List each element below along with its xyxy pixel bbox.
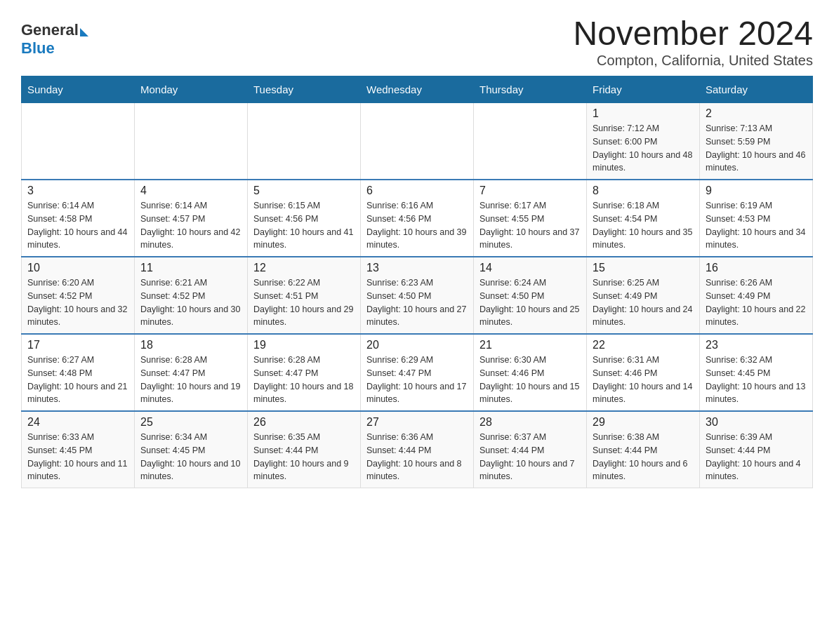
day-info: Sunrise: 6:21 AM Sunset: 4:52 PM Dayligh… — [140, 276, 241, 329]
day-info: Sunrise: 6:23 AM Sunset: 4:50 PM Dayligh… — [366, 276, 468, 329]
weekday-header-saturday: Saturday — [700, 76, 813, 103]
calendar-day-cell: 25Sunrise: 6:34 AM Sunset: 4:45 PM Dayli… — [135, 411, 248, 488]
day-number: 29 — [593, 416, 694, 429]
day-number: 18 — [140, 339, 241, 351]
calendar-day-cell: 27Sunrise: 6:36 AM Sunset: 4:44 PM Dayli… — [361, 411, 474, 488]
calendar-day-cell: 22Sunrise: 6:31 AM Sunset: 4:46 PM Dayli… — [587, 334, 700, 411]
day-info: Sunrise: 6:31 AM Sunset: 4:46 PM Dayligh… — [593, 354, 694, 406]
day-info: Sunrise: 6:14 AM Sunset: 4:57 PM Dayligh… — [140, 199, 241, 252]
day-number: 16 — [706, 262, 807, 274]
page-header: General Blue November 2024 Compton, Cali… — [21, 14, 813, 69]
logo-triangle-icon — [80, 28, 88, 36]
day-info: Sunrise: 6:20 AM Sunset: 4:52 PM Dayligh… — [27, 276, 128, 329]
calendar-day-cell: 19Sunrise: 6:28 AM Sunset: 4:47 PM Dayli… — [248, 334, 361, 411]
day-number: 12 — [253, 262, 355, 274]
calendar-day-cell: 26Sunrise: 6:35 AM Sunset: 4:44 PM Dayli… — [248, 411, 361, 488]
day-info: Sunrise: 6:18 AM Sunset: 4:54 PM Dayligh… — [593, 199, 694, 252]
day-info: Sunrise: 6:24 AM Sunset: 4:50 PM Dayligh… — [479, 276, 581, 329]
calendar-empty-cell — [135, 103, 248, 180]
day-info: Sunrise: 6:35 AM Sunset: 4:44 PM Dayligh… — [253, 431, 355, 483]
day-info: Sunrise: 6:33 AM Sunset: 4:45 PM Dayligh… — [27, 431, 128, 483]
day-number: 19 — [253, 339, 355, 351]
day-number: 9 — [706, 185, 807, 197]
day-info: Sunrise: 6:34 AM Sunset: 4:45 PM Dayligh… — [140, 431, 241, 483]
calendar-table: SundayMondayTuesdayWednesdayThursdayFrid… — [21, 76, 813, 488]
day-number: 20 — [366, 339, 468, 351]
calendar-day-cell: 20Sunrise: 6:29 AM Sunset: 4:47 PM Dayli… — [361, 334, 474, 411]
calendar-day-cell: 24Sunrise: 6:33 AM Sunset: 4:45 PM Dayli… — [22, 411, 135, 488]
day-number: 30 — [706, 416, 807, 429]
day-number: 26 — [253, 416, 355, 429]
day-info: Sunrise: 6:29 AM Sunset: 4:47 PM Dayligh… — [366, 354, 468, 406]
logo-general: General — [21, 21, 79, 39]
day-info: Sunrise: 7:13 AM Sunset: 5:59 PM Dayligh… — [706, 122, 807, 175]
calendar-empty-cell — [474, 103, 587, 180]
calendar-header-row: SundayMondayTuesdayWednesdayThursdayFrid… — [22, 76, 813, 103]
day-info: Sunrise: 6:22 AM Sunset: 4:51 PM Dayligh… — [253, 276, 355, 329]
calendar-day-cell: 10Sunrise: 6:20 AM Sunset: 4:52 PM Dayli… — [22, 257, 135, 334]
day-info: Sunrise: 6:14 AM Sunset: 4:58 PM Dayligh… — [27, 199, 128, 252]
calendar-day-cell: 28Sunrise: 6:37 AM Sunset: 4:44 PM Dayli… — [474, 411, 587, 488]
calendar-day-cell: 14Sunrise: 6:24 AM Sunset: 4:50 PM Dayli… — [474, 257, 587, 334]
calendar-empty-cell — [361, 103, 474, 180]
day-info: Sunrise: 6:25 AM Sunset: 4:49 PM Dayligh… — [593, 276, 694, 329]
calendar-day-cell: 11Sunrise: 6:21 AM Sunset: 4:52 PM Dayli… — [135, 257, 248, 334]
day-number: 23 — [706, 339, 807, 351]
calendar-day-cell: 15Sunrise: 6:25 AM Sunset: 4:49 PM Dayli… — [587, 257, 700, 334]
day-number: 25 — [140, 416, 241, 429]
day-number: 17 — [27, 339, 128, 351]
day-number: 21 — [479, 339, 581, 351]
day-number: 1 — [593, 107, 694, 120]
weekday-header-sunday: Sunday — [22, 76, 135, 103]
calendar-day-cell: 23Sunrise: 6:32 AM Sunset: 4:45 PM Dayli… — [700, 334, 813, 411]
calendar-day-cell: 8Sunrise: 6:18 AM Sunset: 4:54 PM Daylig… — [587, 180, 700, 257]
weekday-header-friday: Friday — [587, 76, 700, 103]
calendar-day-cell: 18Sunrise: 6:28 AM Sunset: 4:47 PM Dayli… — [135, 334, 248, 411]
day-info: Sunrise: 6:28 AM Sunset: 4:47 PM Dayligh… — [253, 354, 355, 406]
calendar-week-row: 1Sunrise: 7:12 AM Sunset: 6:00 PM Daylig… — [22, 103, 813, 180]
day-number: 7 — [479, 185, 581, 197]
day-info: Sunrise: 6:30 AM Sunset: 4:46 PM Dayligh… — [479, 354, 581, 406]
calendar-week-row: 3Sunrise: 6:14 AM Sunset: 4:58 PM Daylig… — [22, 180, 813, 257]
day-number: 27 — [366, 416, 468, 429]
calendar-day-cell: 6Sunrise: 6:16 AM Sunset: 4:56 PM Daylig… — [361, 180, 474, 257]
calendar-day-cell: 9Sunrise: 6:19 AM Sunset: 4:53 PM Daylig… — [700, 180, 813, 257]
weekday-header-tuesday: Tuesday — [248, 76, 361, 103]
day-number: 22 — [593, 339, 694, 351]
calendar-week-row: 10Sunrise: 6:20 AM Sunset: 4:52 PM Dayli… — [22, 257, 813, 334]
day-info: Sunrise: 6:32 AM Sunset: 4:45 PM Dayligh… — [706, 354, 807, 406]
calendar-location: Compton, California, United States — [573, 53, 813, 69]
day-number: 2 — [706, 107, 807, 120]
day-info: Sunrise: 6:15 AM Sunset: 4:56 PM Dayligh… — [253, 199, 355, 252]
day-number: 13 — [366, 262, 468, 274]
day-number: 24 — [27, 416, 128, 429]
day-number: 5 — [253, 185, 355, 197]
day-info: Sunrise: 6:27 AM Sunset: 4:48 PM Dayligh… — [27, 354, 128, 406]
calendar-day-cell: 21Sunrise: 6:30 AM Sunset: 4:46 PM Dayli… — [474, 334, 587, 411]
day-number: 28 — [479, 416, 581, 429]
calendar-title: November 2024 — [573, 14, 813, 53]
calendar-week-row: 17Sunrise: 6:27 AM Sunset: 4:48 PM Dayli… — [22, 334, 813, 411]
calendar-day-cell: 4Sunrise: 6:14 AM Sunset: 4:57 PM Daylig… — [135, 180, 248, 257]
day-number: 3 — [27, 185, 128, 197]
day-info: Sunrise: 6:16 AM Sunset: 4:56 PM Dayligh… — [366, 199, 468, 252]
calendar-day-cell: 3Sunrise: 6:14 AM Sunset: 4:58 PM Daylig… — [22, 180, 135, 257]
day-info: Sunrise: 6:19 AM Sunset: 4:53 PM Dayligh… — [706, 199, 807, 252]
day-info: Sunrise: 6:17 AM Sunset: 4:55 PM Dayligh… — [479, 199, 581, 252]
day-info: Sunrise: 6:26 AM Sunset: 4:49 PM Dayligh… — [706, 276, 807, 329]
calendar-day-cell: 5Sunrise: 6:15 AM Sunset: 4:56 PM Daylig… — [248, 180, 361, 257]
weekday-header-thursday: Thursday — [474, 76, 587, 103]
day-info: Sunrise: 7:12 AM Sunset: 6:00 PM Dayligh… — [593, 122, 694, 175]
title-area: November 2024 Compton, California, Unite… — [573, 14, 813, 69]
calendar-day-cell: 12Sunrise: 6:22 AM Sunset: 4:51 PM Dayli… — [248, 257, 361, 334]
calendar-week-row: 24Sunrise: 6:33 AM Sunset: 4:45 PM Dayli… — [22, 411, 813, 488]
day-number: 8 — [593, 185, 694, 197]
day-number: 4 — [140, 185, 241, 197]
calendar-day-cell: 17Sunrise: 6:27 AM Sunset: 4:48 PM Dayli… — [22, 334, 135, 411]
calendar-day-cell: 1Sunrise: 7:12 AM Sunset: 6:00 PM Daylig… — [587, 103, 700, 180]
logo-blue: Blue — [21, 39, 55, 57]
calendar-day-cell: 30Sunrise: 6:39 AM Sunset: 4:44 PM Dayli… — [700, 411, 813, 488]
day-info: Sunrise: 6:39 AM Sunset: 4:44 PM Dayligh… — [706, 431, 807, 483]
calendar-empty-cell — [248, 103, 361, 180]
day-info: Sunrise: 6:37 AM Sunset: 4:44 PM Dayligh… — [479, 431, 581, 483]
